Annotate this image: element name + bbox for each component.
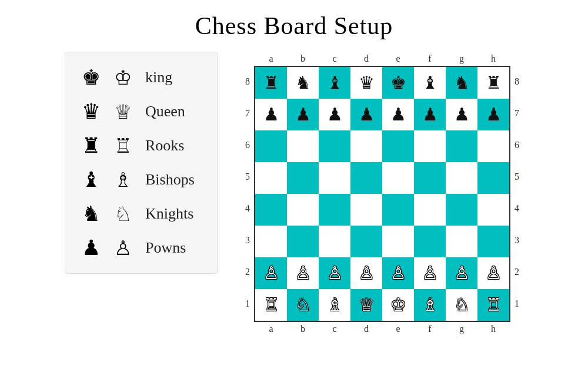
rank-label: 5 bbox=[241, 161, 254, 193]
main-content: ♚♔king♛♕Queen♜♖Rooks♝♗Bishops♞♘Knights♟♙… bbox=[65, 52, 523, 336]
black-piece-icon: ♚ bbox=[78, 65, 104, 90]
board-cell: ♝ bbox=[414, 67, 446, 99]
outline-piece-icon: ♖ bbox=[110, 134, 136, 157]
chess-piece-icon: ♗ bbox=[422, 296, 438, 314]
chess-piece-icon: ♙ bbox=[454, 264, 470, 282]
outline-piece-icon: ♙ bbox=[110, 236, 136, 260]
chess-piece-icon: ♟ bbox=[454, 106, 470, 123]
rank-label: 1 bbox=[241, 288, 254, 320]
chess-piece-icon: ♔ bbox=[390, 296, 406, 314]
chess-piece-icon: ♙ bbox=[327, 264, 343, 282]
board-cell bbox=[477, 130, 509, 162]
board-cell: ♖ bbox=[255, 289, 287, 321]
file-label: d bbox=[350, 52, 382, 66]
board-cell bbox=[477, 194, 509, 226]
board-cell: ♗ bbox=[319, 289, 350, 321]
file-label: d bbox=[350, 322, 382, 336]
file-label: c bbox=[319, 52, 350, 66]
rank-label: 3 bbox=[510, 224, 523, 256]
board-cell bbox=[350, 162, 382, 194]
chess-piece-icon: ♟ bbox=[359, 106, 375, 123]
board-cell bbox=[287, 226, 319, 257]
chess-piece-icon: ♝ bbox=[327, 74, 343, 92]
board-cell: ♙ bbox=[319, 257, 350, 289]
board-cell: ♙ bbox=[287, 257, 319, 289]
board-cell bbox=[287, 194, 319, 226]
board-cell bbox=[477, 162, 509, 194]
board-cell: ♞ bbox=[446, 67, 477, 99]
board-cell: ♙ bbox=[255, 257, 287, 289]
board-cell: ♗ bbox=[414, 289, 446, 321]
board-cell: ♟ bbox=[350, 99, 382, 130]
chess-piece-icon: ♟ bbox=[486, 106, 502, 123]
board-cell: ♙ bbox=[477, 257, 509, 289]
board-cell bbox=[382, 226, 414, 257]
outline-piece-icon: ♘ bbox=[110, 202, 136, 226]
rank-label: 7 bbox=[510, 98, 523, 129]
board-cell: ♜ bbox=[477, 67, 509, 99]
outline-piece-icon: ♕ bbox=[110, 100, 136, 123]
board-cell bbox=[446, 194, 477, 226]
black-piece-icon: ♛ bbox=[78, 99, 104, 124]
chess-piece-icon: ♜ bbox=[263, 74, 279, 92]
legend-item: ♚♔king bbox=[78, 63, 204, 92]
board-cell: ♘ bbox=[287, 289, 319, 321]
board-cell: ♙ bbox=[382, 257, 414, 289]
rank-label: 7 bbox=[241, 98, 254, 129]
rank-label: 8 bbox=[241, 66, 254, 98]
chess-piece-icon: ♙ bbox=[422, 264, 438, 282]
chess-piece-icon: ♖ bbox=[486, 296, 502, 314]
board-cell: ♕ bbox=[350, 289, 382, 321]
chess-piece-icon: ♞ bbox=[454, 74, 470, 92]
file-label: h bbox=[477, 322, 509, 336]
black-piece-icon: ♜ bbox=[78, 133, 104, 158]
board-cell bbox=[350, 226, 382, 257]
legend-label: Rooks bbox=[145, 137, 184, 155]
board-cell bbox=[446, 130, 477, 162]
rank-label: 2 bbox=[241, 256, 254, 288]
chess-piece-icon: ♟ bbox=[295, 106, 311, 123]
file-label: g bbox=[446, 322, 477, 336]
legend-item: ♛♕Queen bbox=[78, 97, 204, 126]
chess-piece-icon: ♝ bbox=[422, 74, 438, 92]
rank-label: 6 bbox=[510, 129, 523, 161]
board-cell: ♟ bbox=[255, 99, 287, 130]
rank-label: 2 bbox=[510, 256, 523, 288]
legend-box: ♚♔king♛♕Queen♜♖Rooks♝♗Bishops♞♘Knights♟♙… bbox=[65, 52, 218, 274]
file-label: b bbox=[287, 322, 319, 336]
board-cell: ♟ bbox=[287, 99, 319, 130]
board-cell bbox=[350, 130, 382, 162]
page-title: Chess Board Setup bbox=[195, 12, 393, 40]
board-cell bbox=[382, 194, 414, 226]
file-label: f bbox=[414, 322, 446, 336]
black-piece-icon: ♝ bbox=[78, 167, 104, 192]
chess-piece-icon: ♙ bbox=[263, 264, 279, 282]
legend-label: Knights bbox=[145, 205, 193, 223]
chess-piece-icon: ♘ bbox=[454, 296, 470, 314]
legend-item: ♟♙Powns bbox=[78, 233, 204, 263]
board-row-wrapper: 87654321 ♜♞♝♛♚♝♞♜♟♟♟♟♟♟♟♟♙♙♙♙♙♙♙♙♖♘♗♕♔♗♘… bbox=[241, 66, 523, 322]
legend-item: ♜♖Rooks bbox=[78, 131, 204, 160]
board-cell bbox=[350, 194, 382, 226]
board-cell bbox=[255, 194, 287, 226]
board-cell: ♟ bbox=[477, 99, 509, 130]
board-cell bbox=[255, 162, 287, 194]
file-label: h bbox=[477, 52, 509, 66]
board-cell bbox=[287, 162, 319, 194]
chess-piece-icon: ♚ bbox=[390, 74, 406, 92]
chess-piece-icon: ♖ bbox=[263, 296, 279, 314]
legend-label: king bbox=[145, 69, 172, 86]
chess-piece-icon: ♞ bbox=[295, 74, 311, 92]
file-label: a bbox=[255, 322, 287, 336]
board-cell bbox=[319, 194, 350, 226]
board-cell: ♟ bbox=[414, 99, 446, 130]
chess-piece-icon: ♙ bbox=[486, 264, 502, 282]
board-cell: ♖ bbox=[477, 289, 509, 321]
board-cell: ♔ bbox=[382, 289, 414, 321]
board-cell bbox=[255, 130, 287, 162]
board-cell bbox=[319, 226, 350, 257]
board-cell bbox=[382, 162, 414, 194]
outline-piece-icon: ♔ bbox=[110, 66, 136, 89]
board-cell bbox=[414, 226, 446, 257]
file-label: a bbox=[255, 52, 287, 66]
